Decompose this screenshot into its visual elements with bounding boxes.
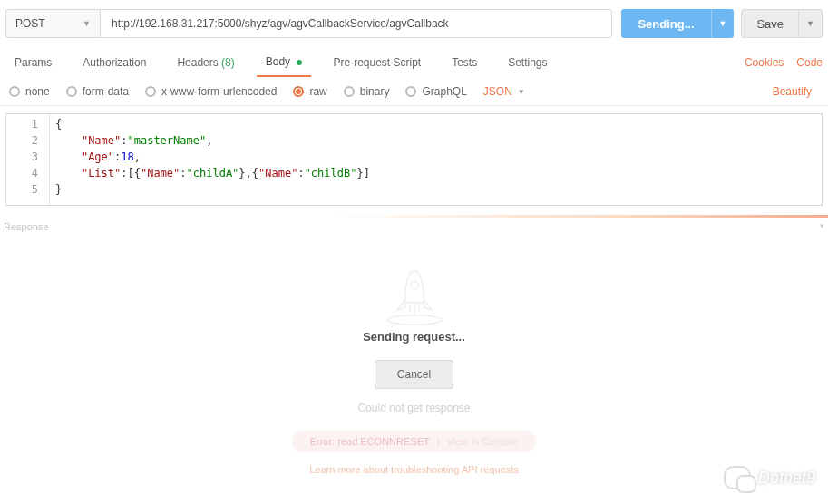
- code-token: :: [297, 167, 304, 179]
- error-pill: Error: read ECONNRESET | View in Console: [292, 431, 537, 452]
- chevron-down-icon: ▼: [518, 88, 525, 96]
- response-divider: [0, 215, 828, 218]
- svg-point-0: [387, 315, 442, 325]
- tab-body-label: Body: [266, 55, 290, 68]
- body-editor[interactable]: 1 2 3 4 5 { "Name":"masterName", "Age":1…: [5, 113, 823, 206]
- radio-label: x-www-form-urlencoded: [161, 85, 277, 98]
- body-format-select[interactable]: JSON ▼: [483, 85, 525, 98]
- code-token: "masterName": [128, 134, 207, 147]
- radio-none[interactable]: none: [9, 85, 50, 98]
- request-tabs: Params Authorization Headers (8) Body Pr…: [0, 47, 828, 78]
- tabs-right-links: Cookies Code: [745, 56, 823, 69]
- code-token: 18: [121, 150, 133, 163]
- radio-icon: [405, 86, 416, 97]
- line-gutter: 1 2 3 4 5: [6, 114, 50, 205]
- radio-label: form-data: [83, 85, 129, 98]
- line-number: 4: [6, 165, 38, 181]
- view-in-console-link[interactable]: View in Console: [447, 436, 519, 447]
- method-value: POST: [15, 17, 45, 30]
- tab-settings[interactable]: Settings: [499, 49, 556, 76]
- radio-formdata[interactable]: form-data: [66, 85, 129, 98]
- could-not-get-response: Could not get response: [0, 402, 828, 414]
- radio-label: binary: [360, 85, 390, 98]
- save-dropdown[interactable]: ▼: [799, 9, 823, 38]
- radio-label: raw: [309, 85, 326, 98]
- code-token: :: [180, 167, 186, 179]
- code-token: }]: [356, 167, 369, 179]
- watermark: Dotnet9: [724, 466, 815, 489]
- code-token: },{: [239, 167, 258, 179]
- response-label-text: Response: [4, 221, 49, 232]
- radio-icon: [66, 86, 77, 97]
- code-token: {: [55, 118, 62, 131]
- line-number: 2: [6, 132, 38, 149]
- tab-tests[interactable]: Tests: [443, 49, 486, 76]
- tab-body[interactable]: Body: [257, 48, 312, 77]
- url-input[interactable]: [100, 9, 612, 38]
- send-button[interactable]: Sending...: [621, 9, 710, 38]
- chevron-down-icon: ▼: [83, 19, 91, 28]
- radio-icon: [145, 86, 156, 97]
- code-token: "childB": [305, 167, 357, 179]
- format-value: JSON: [483, 85, 512, 98]
- line-number: 3: [6, 149, 38, 165]
- code-token: "childA": [187, 167, 239, 179]
- body-type-row: none form-data x-www-form-urlencoded raw…: [0, 78, 828, 106]
- cancel-button[interactable]: Cancel: [375, 360, 453, 389]
- request-bar: POST ▼ Sending... ▼ Save ▼: [0, 0, 828, 47]
- headers-count: (8): [221, 56, 235, 69]
- tab-headers-label: Headers: [177, 56, 218, 69]
- code-token: ,: [134, 150, 141, 163]
- code-token: "List": [82, 167, 121, 179]
- tab-prerequest[interactable]: Pre-request Script: [324, 49, 430, 76]
- radio-icon: [344, 86, 355, 97]
- code-token: }: [55, 183, 62, 196]
- code-token: "Name": [258, 167, 297, 179]
- line-number: 1: [6, 116, 38, 132]
- code-token: ,: [206, 134, 212, 147]
- code-token: :[{: [121, 167, 141, 179]
- code-token: :: [121, 134, 127, 147]
- tab-authorization[interactable]: Authorization: [73, 49, 155, 76]
- body-modified-dot: [297, 60, 302, 65]
- rocket-icon: [374, 263, 455, 326]
- radio-label: none: [25, 85, 50, 98]
- code-token: "Name": [141, 167, 180, 179]
- send-dropdown[interactable]: ▼: [711, 9, 735, 38]
- radio-label: GraphQL: [422, 85, 466, 98]
- chat-bubble-icon: [724, 466, 751, 489]
- line-number: 5: [6, 181, 38, 198]
- save-button[interactable]: Save: [741, 9, 799, 38]
- code-token: "Name": [82, 134, 121, 147]
- code-content[interactable]: { "Name":"masterName", "Age":18, "List":…: [50, 114, 822, 205]
- response-header: Response ▾: [0, 218, 828, 236]
- learn-more-link[interactable]: Learn more about troubleshooting API req…: [309, 464, 519, 475]
- beautify-link[interactable]: Beautify: [773, 85, 819, 98]
- tab-headers[interactable]: Headers (8): [168, 49, 243, 76]
- tab-params[interactable]: Params: [5, 49, 61, 76]
- chevron-down-icon[interactable]: ▾: [820, 221, 824, 232]
- code-link[interactable]: Code: [796, 56, 823, 69]
- radio-xwww[interactable]: x-www-form-urlencoded: [145, 85, 277, 98]
- method-select[interactable]: POST ▼: [5, 9, 100, 38]
- svg-point-1: [410, 281, 418, 289]
- code-token: "Age": [82, 150, 114, 163]
- pill-divider: |: [437, 436, 440, 447]
- radio-raw[interactable]: raw: [293, 85, 326, 98]
- radio-binary[interactable]: binary: [344, 85, 390, 98]
- radio-icon: [9, 86, 20, 97]
- radio-icon: [293, 86, 304, 97]
- sending-status: Sending request...: [0, 330, 828, 344]
- radio-graphql[interactable]: GraphQL: [405, 85, 466, 98]
- watermark-text: Dotnet9: [758, 469, 815, 488]
- response-body: Sending request... Cancel Could not get …: [0, 236, 828, 476]
- cookies-link[interactable]: Cookies: [745, 56, 784, 69]
- error-text: Error: read ECONNRESET: [310, 436, 430, 447]
